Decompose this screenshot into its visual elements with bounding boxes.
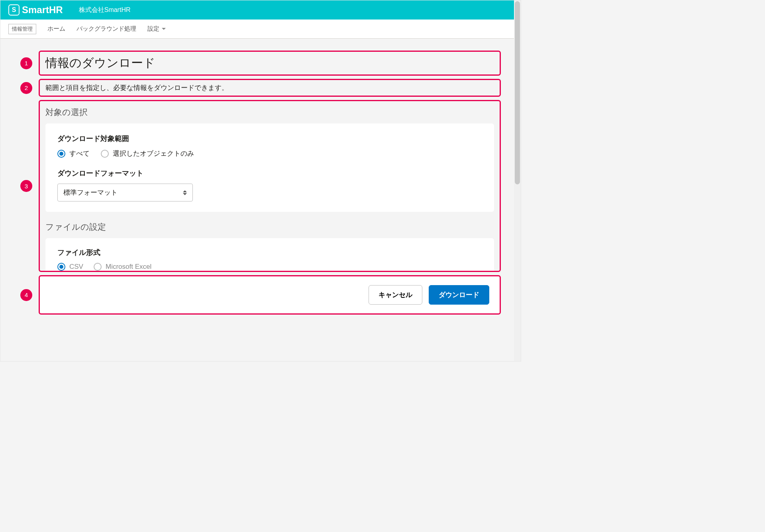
annotation-badge-2: 2	[20, 82, 32, 94]
download-button[interactable]: ダウンロード	[429, 285, 489, 305]
page-title: 情報のダウンロード	[40, 52, 500, 74]
nav-tag[interactable]: 情報管理	[8, 24, 36, 34]
section-file-title: ファイルの設定	[45, 221, 494, 233]
company-name: 株式会社SmartHR	[79, 6, 131, 14]
annotation-badge-4: 4	[20, 289, 32, 301]
format-select[interactable]: 標準フォーマット	[57, 184, 193, 201]
navbar: 情報管理 ホーム バックグラウンド処理 設定	[0, 20, 521, 39]
nav-background[interactable]: バックグラウンド処理	[76, 25, 136, 33]
range-option-all[interactable]: すべて	[57, 149, 90, 158]
annotation-box-title: 情報のダウンロード	[39, 51, 501, 76]
annotation-badge-1: 1	[20, 57, 32, 69]
radio-icon	[94, 263, 102, 271]
annotation-box-desc: 範囲と項目を指定し、必要な情報をダウンロードできます。	[39, 79, 501, 97]
file-type-label: ファイル形式	[57, 248, 482, 257]
nav-home[interactable]: ホーム	[47, 25, 65, 33]
app-header: S SmartHR 株式会社SmartHR	[0, 0, 521, 20]
cancel-button[interactable]: キャンセル	[369, 285, 422, 305]
file-type-excel-label: Microsoft Excel	[106, 263, 151, 271]
logo[interactable]: S SmartHR	[8, 4, 63, 16]
chevron-down-icon	[162, 28, 166, 30]
range-label: ダウンロード対象範囲	[57, 134, 482, 143]
file-type-csv-label: CSV	[69, 263, 83, 271]
section-selection-title: 対象の選択	[45, 107, 494, 118]
radio-icon	[101, 150, 109, 158]
logo-icon: S	[8, 4, 20, 16]
nav-settings-label: 設定	[147, 25, 159, 33]
range-option-selected[interactable]: 選択したオブジェクトのみ	[101, 149, 194, 158]
file-settings-card: ファイル形式 CSV Microsoft Excel	[45, 238, 494, 271]
range-option-all-label: すべて	[69, 149, 90, 158]
radio-icon	[57, 150, 65, 158]
page-description: 範囲と項目を指定し、必要な情報をダウンロードできます。	[40, 80, 500, 96]
format-label: ダウンロードフォーマット	[57, 168, 482, 178]
file-type-excel[interactable]: Microsoft Excel	[94, 263, 151, 271]
sort-icon	[183, 190, 187, 195]
annotation-box-selection: 対象の選択 ダウンロード対象範囲 すべて 選択したオブジェクトのみ ダウン	[39, 100, 501, 272]
radio-icon	[57, 263, 65, 271]
selection-card: ダウンロード対象範囲 すべて 選択したオブジェクトのみ ダウンロードフォーマット	[45, 123, 494, 212]
content: 1 情報のダウンロード 2 範囲と項目を指定し、必要な情報をダウンロードできます…	[0, 39, 521, 315]
nav-settings[interactable]: 設定	[147, 25, 166, 33]
annotation-box-footer: キャンセル ダウンロード	[39, 275, 501, 315]
logo-text: SmartHR	[22, 4, 63, 16]
annotation-badge-3: 3	[20, 180, 32, 192]
range-radio-group: すべて 選択したオブジェクトのみ	[57, 149, 482, 158]
range-option-selected-label: 選択したオブジェクトのみ	[113, 149, 194, 158]
format-select-value: 標準フォーマット	[63, 188, 118, 197]
file-type-radio-group: CSV Microsoft Excel	[57, 263, 482, 271]
file-type-csv[interactable]: CSV	[57, 263, 83, 271]
